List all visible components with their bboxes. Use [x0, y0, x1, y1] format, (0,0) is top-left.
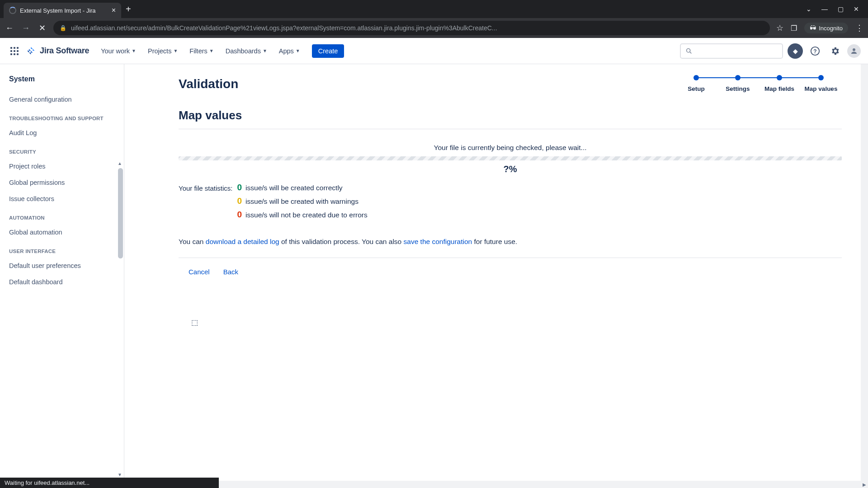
chevron-down-icon: ▼	[209, 48, 214, 53]
nav-projects[interactable]: Projects▼	[143, 45, 182, 57]
address-bar[interactable]: 🔒 uifeed.atlassian.net/secure/admin/Bulk…	[53, 21, 770, 35]
nav-your-work[interactable]: Your work▼	[96, 45, 141, 57]
scroll-up-icon[interactable]: ▲	[118, 161, 122, 166]
close-tab-icon[interactable]: ×	[112, 6, 116, 14]
app-switcher-button[interactable]	[7, 44, 22, 58]
tab-title: External System Import - Jira	[20, 7, 108, 14]
back-nav-icon[interactable]: ←	[5, 23, 14, 33]
sidebar-section-ui: USER INTERFACE	[0, 240, 122, 258]
stats-label: Your file statistics:	[179, 183, 233, 192]
app-header: Jira Software Your work▼ Projects▼ Filte…	[0, 38, 868, 64]
incognito-badge[interactable]: 🕶 Incognito	[804, 23, 848, 33]
stat-row-err: 0 issue/s will not be created due to err…	[237, 210, 368, 220]
step-setup[interactable]: Setup	[675, 75, 717, 93]
close-window-icon[interactable]: ✕	[854, 5, 859, 13]
stat-row-ok: 0 issue/s will be created correctly	[237, 183, 368, 192]
create-button[interactable]: Create	[312, 44, 344, 58]
sidebar: System General configuration TROUBLESHOO…	[0, 64, 124, 478]
window-controls: ⌄ ― ▢ ✕	[806, 5, 864, 13]
cursor-icon: ⬚	[191, 318, 198, 327]
svg-line-1	[690, 52, 691, 53]
help-icon[interactable]: ?	[807, 43, 823, 59]
chevron-down-icon: ▼	[132, 48, 136, 53]
extensions-icon[interactable]: ❐	[791, 24, 797, 33]
nav-label: Filters	[189, 47, 207, 55]
sidebar-item-project-roles[interactable]: Project roles	[0, 158, 122, 174]
log-line: You can download a detailed log of this …	[179, 238, 842, 246]
incognito-icon: 🕶	[810, 24, 816, 32]
sidebar-item-general-config[interactable]: General configuration	[0, 91, 122, 108]
section-title: Map values	[179, 108, 842, 129]
tab-bar: External System Import - Jira × + ⌄ ― ▢ …	[0, 0, 868, 18]
sidebar-section-security: SECURITY	[0, 141, 122, 158]
sidebar-section-automation: AUTOMATION	[0, 207, 122, 224]
notifications-icon[interactable]: ◆	[788, 43, 803, 59]
chevron-down-icon: ▼	[263, 48, 267, 53]
new-tab-button[interactable]: +	[126, 4, 131, 14]
sidebar-title: System	[0, 72, 122, 91]
save-config-link[interactable]: save the configuration	[404, 238, 472, 245]
forward-nav-icon: →	[21, 23, 31, 33]
url-text: uifeed.atlassian.net/secure/admin/BulkCr…	[71, 24, 764, 32]
search-icon	[685, 47, 693, 55]
log-post: for future use.	[472, 238, 517, 245]
stop-reload-icon[interactable]: ✕	[37, 23, 47, 33]
maximize-icon[interactable]: ▢	[838, 5, 844, 13]
page-title: Validation	[179, 77, 238, 91]
chevron-down-icon: ▼	[173, 48, 178, 53]
profile-avatar[interactable]	[847, 44, 861, 58]
stat-err-text: issue/s will not be created due to error…	[245, 211, 368, 219]
browser-tab[interactable]: External System Import - Jira ×	[4, 3, 121, 18]
loading-spinner-icon	[9, 7, 16, 14]
stat-warn-count: 0	[237, 196, 242, 206]
stat-ok-count: 0	[237, 183, 242, 192]
jira-logo-icon	[26, 46, 36, 56]
sidebar-item-default-dashboard[interactable]: Default dashboard	[0, 274, 122, 290]
lock-icon: 🔒	[60, 25, 66, 31]
sidebar-item-global-automation[interactable]: Global automation	[0, 224, 122, 240]
scroll-down-icon[interactable]: ▼	[118, 472, 122, 477]
nav-dashboards[interactable]: Dashboards▼	[221, 45, 272, 57]
search-input[interactable]	[680, 43, 783, 59]
stat-row-warn: 0 issue/s will be created with warnings	[237, 196, 368, 206]
log-pre: You can	[179, 238, 206, 245]
nav-label: Dashboards	[226, 47, 261, 55]
vertical-scrollbar[interactable]	[861, 64, 868, 478]
svg-text:?: ?	[813, 48, 816, 54]
settings-gear-icon[interactable]	[827, 43, 843, 59]
sidebar-item-issue-collectors[interactable]: Issue collectors	[0, 191, 122, 207]
log-mid: of this validation process. You can also	[279, 238, 404, 245]
progress-bar	[179, 156, 842, 160]
tab-overview-icon[interactable]: ⌄	[806, 5, 811, 13]
bookmark-star-icon[interactable]: ☆	[776, 23, 783, 33]
progress-percent: ?%	[179, 164, 842, 174]
minimize-icon[interactable]: ―	[821, 5, 828, 13]
nav-filters[interactable]: Filters▼	[185, 45, 218, 57]
download-log-link[interactable]: download a detailed log	[206, 238, 279, 245]
browser-chrome: External System Import - Jira × + ⌄ ― ▢ …	[0, 0, 868, 38]
stat-warn-text: issue/s will be created with warnings	[245, 197, 359, 206]
chevron-down-icon: ▼	[296, 48, 300, 53]
svg-point-0	[687, 48, 690, 52]
sidebar-item-default-user-prefs[interactable]: Default user preferences	[0, 258, 122, 274]
browser-menu-icon[interactable]: ⋮	[855, 23, 863, 33]
sidebar-item-audit-log[interactable]: Audit Log	[0, 125, 122, 141]
sidebar-section-troubleshooting: TROUBLESHOOTING AND SUPPORT	[0, 108, 122, 125]
nav-apps[interactable]: Apps▼	[274, 45, 305, 57]
cancel-button[interactable]: Cancel	[189, 268, 210, 276]
nav-label: Your work	[101, 47, 130, 55]
file-statistics: Your file statistics: 0 issue/s will be …	[179, 183, 842, 220]
incognito-label: Incognito	[819, 25, 843, 32]
jira-logo[interactable]: Jira Software	[26, 46, 89, 56]
back-button[interactable]: Back	[223, 268, 238, 276]
sidebar-item-global-permissions[interactable]: Global permissions	[0, 174, 122, 191]
svg-point-4	[853, 48, 855, 51]
nav-label: Projects	[148, 47, 171, 55]
grid-icon	[10, 47, 19, 55]
browser-status-bar: Waiting for uifeed.atlassian.net...	[0, 478, 219, 478]
sidebar-scrollbar[interactable]	[118, 168, 123, 258]
stat-ok-text: issue/s will be created correctly	[245, 184, 343, 192]
main-content: Validation Setup Settings Map fields Map…	[124, 64, 868, 478]
progress-stepper: Setup Settings Map fields Map values	[675, 75, 842, 93]
logo-text: Jira Software	[40, 46, 89, 56]
